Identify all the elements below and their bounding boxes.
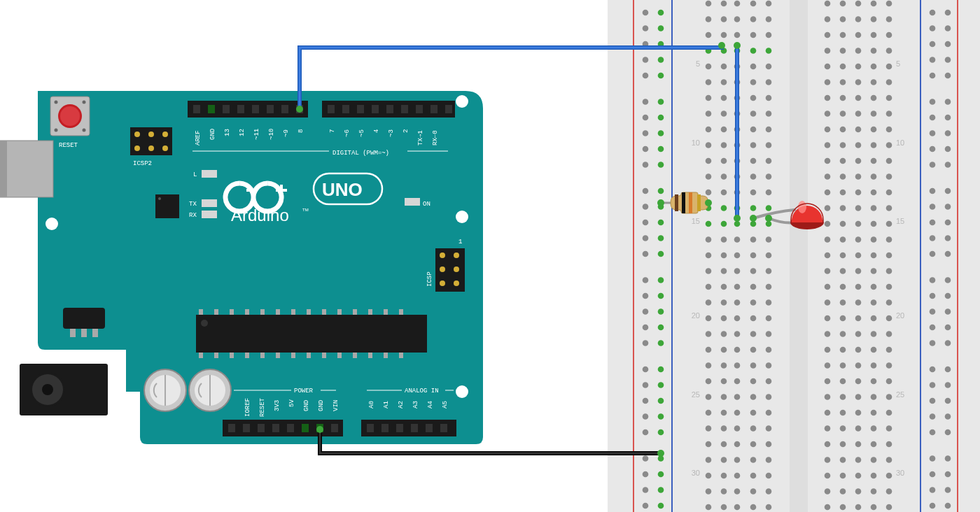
svg-text:~6: ~6	[344, 129, 351, 137]
svg-point-481	[766, 488, 772, 495]
svg-point-501	[643, 25, 649, 31]
svg-point-457	[706, 457, 712, 463]
svg-point-420	[750, 394, 757, 400]
svg-point-492	[825, 504, 831, 511]
svg-point-519	[930, 99, 936, 105]
svg-point-512	[945, 57, 951, 63]
svg-point-548	[945, 220, 951, 226]
svg-point-610	[658, 503, 664, 509]
svg-text:20: 20	[692, 311, 700, 320]
svg-text:~10: ~10	[268, 129, 275, 140]
svg-point-359	[734, 299, 741, 306]
svg-point-478	[721, 488, 727, 495]
svg-rect-47	[281, 105, 288, 113]
svg-point-362	[825, 299, 831, 306]
svg-point-405	[871, 362, 877, 369]
svg-rect-94	[260, 353, 265, 358]
svg-point-517	[643, 99, 649, 105]
svg-point-181	[766, 16, 772, 22]
svg-point-170	[750, 1, 757, 7]
svg-point-358	[721, 299, 727, 306]
svg-text:3V3: 3V3	[274, 400, 281, 411]
reset-button[interactable]	[50, 97, 90, 136]
svg-point-308	[721, 221, 727, 227]
svg-point-443	[840, 425, 846, 432]
svg-text:GND: GND	[303, 400, 310, 411]
svg-point-232	[825, 95, 831, 101]
svg-text:12: 12	[239, 129, 246, 136]
svg-point-316	[886, 221, 892, 227]
svg-point-341	[766, 268, 772, 274]
svg-text:A3: A3	[412, 401, 419, 408]
svg-point-319	[734, 236, 741, 243]
svg-point-5	[42, 384, 53, 395]
svg-rect-49	[328, 105, 335, 113]
svg-point-264	[855, 142, 862, 148]
svg-point-147	[456, 211, 468, 223]
svg-point-489	[734, 504, 741, 511]
svg-point-414	[855, 378, 862, 385]
svg-point-609	[643, 503, 649, 509]
svg-point-245	[871, 111, 877, 117]
svg-point-235	[871, 95, 877, 101]
svg-point-313	[840, 221, 846, 227]
analog-header[interactable]	[361, 420, 456, 436]
svg-rect-55	[416, 105, 423, 113]
svg-point-237	[706, 111, 712, 117]
svg-point-493	[840, 504, 846, 511]
svg-point-419	[734, 394, 741, 400]
svg-point-599	[930, 455, 936, 462]
svg-point-556	[945, 251, 951, 257]
svg-point-432	[825, 410, 831, 416]
svg-point-531	[930, 146, 936, 152]
svg-point-619	[734, 42, 741, 49]
svg-rect-136	[411, 424, 418, 432]
svg-point-620	[734, 215, 741, 222]
svg-point-387	[706, 347, 712, 353]
svg-point-360	[750, 299, 757, 306]
svg-point-565	[643, 308, 649, 315]
svg-point-396	[886, 347, 892, 353]
svg-point-618	[718, 42, 725, 49]
svg-point-145	[46, 218, 58, 230]
svg-point-567	[930, 308, 936, 315]
svg-point-265	[871, 142, 877, 148]
svg-point-216	[886, 64, 892, 70]
svg-point-547	[930, 220, 936, 226]
svg-point-576	[945, 340, 951, 346]
svg-point-438	[721, 425, 727, 432]
svg-point-526	[658, 130, 664, 136]
svg-point-600	[945, 455, 951, 462]
svg-rect-99	[337, 353, 342, 358]
svg-point-591	[930, 413, 936, 420]
svg-point-480	[750, 488, 757, 495]
svg-point-306	[886, 205, 892, 211]
svg-point-225	[871, 79, 877, 85]
svg-point-287	[706, 190, 712, 196]
svg-point-386	[886, 331, 892, 337]
svg-point-488	[721, 504, 727, 511]
svg-point-252	[825, 127, 831, 133]
svg-point-184	[855, 16, 862, 22]
reset-label: RESET	[59, 142, 78, 149]
svg-point-510	[658, 57, 664, 63]
svg-point-400	[750, 362, 757, 369]
svg-point-568	[945, 308, 951, 315]
svg-point-592	[945, 413, 951, 420]
svg-point-429	[734, 410, 741, 416]
power-header[interactable]	[223, 420, 343, 436]
svg-rect-86	[353, 309, 357, 315]
svg-point-605	[643, 487, 649, 493]
svg-point-423	[840, 394, 846, 400]
svg-rect-124	[331, 424, 338, 432]
svg-point-534	[658, 162, 664, 168]
svg-point-633	[798, 201, 806, 213]
svg-point-203	[840, 48, 846, 54]
svg-point-422	[825, 394, 831, 400]
svg-rect-96	[291, 353, 295, 358]
svg-text:AREF: AREF	[195, 130, 202, 145]
svg-point-230	[750, 95, 757, 101]
svg-rect-83	[307, 309, 311, 315]
svg-point-532	[945, 146, 951, 152]
svg-point-503	[930, 25, 936, 31]
